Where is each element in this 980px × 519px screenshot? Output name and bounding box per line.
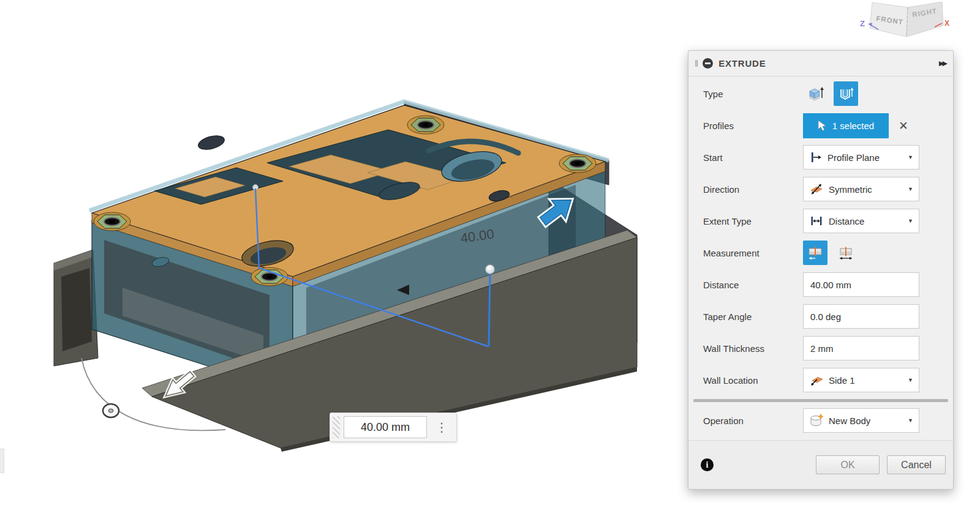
- z-axis-label: Z: [860, 19, 865, 28]
- direction-label: Direction: [703, 184, 803, 195]
- chevron-down-icon: ▼: [908, 377, 913, 383]
- symmetric-direction-icon: [809, 182, 824, 196]
- whole-length-icon: [837, 245, 854, 261]
- wall-location-dropdown[interactable]: Side 1 ▼: [803, 368, 919, 392]
- dimension-extension-line: [489, 274, 490, 346]
- view-cube-right-face[interactable]: [907, 2, 943, 37]
- wall-location-value: Side 1: [829, 375, 855, 386]
- ok-button[interactable]: OK: [816, 455, 880, 474]
- operation-label: Operation: [703, 416, 803, 426]
- distance-quick-input[interactable]: [344, 416, 427, 438]
- x-axis-label: X: [944, 19, 949, 28]
- wall-side-icon: [809, 373, 824, 387]
- operation-value: New Body: [829, 416, 870, 426]
- chevron-down-icon: ▼: [908, 154, 913, 160]
- insert-nut: [94, 212, 130, 231]
- profile-plane-icon: [809, 151, 823, 164]
- dialog-grip-icon[interactable]: ‖: [695, 58, 697, 69]
- taper-angle-label: Taper Angle: [703, 312, 803, 322]
- wall-thickness-row: Wall Thickness: [688, 332, 953, 364]
- type-label: Type: [703, 89, 803, 99]
- solid-extrude-icon: [807, 85, 824, 102]
- left-edge-panel-sliver: [0, 449, 4, 473]
- profiles-label: Profiles: [703, 121, 803, 131]
- profiles-selected-button[interactable]: 1 selected: [803, 113, 889, 138]
- distance-extent-icon: [809, 214, 824, 228]
- thin-extrude-icon: [837, 85, 854, 102]
- cancel-button[interactable]: Cancel: [887, 455, 946, 474]
- distance-label: Distance: [703, 280, 803, 290]
- profiles-selected-count: 1 selected: [832, 121, 874, 131]
- extent-type-row: Extent Type Distance ▼: [688, 205, 953, 237]
- half-length-icon: [807, 245, 824, 261]
- extent-type-dropdown[interactable]: Distance ▼: [803, 209, 919, 233]
- type-row: Type: [688, 78, 953, 110]
- start-dropdown[interactable]: Profile Plane ▼: [803, 145, 919, 170]
- start-row: Start Profile Plane ▼: [688, 141, 953, 173]
- chevron-down-icon: ▼: [908, 218, 913, 224]
- clear-selection-icon[interactable]: ✕: [899, 119, 908, 133]
- rotate-handle[interactable]: [103, 404, 119, 417]
- type-solid-extrude-button[interactable]: [803, 81, 827, 106]
- dialog-title: EXTRUDE: [718, 58, 766, 69]
- start-value: Profile Plane: [827, 152, 880, 163]
- new-body-icon: [809, 413, 824, 428]
- extent-type-value: Distance: [829, 216, 864, 226]
- type-thin-extrude-button[interactable]: [834, 81, 858, 106]
- distance-input[interactable]: [803, 272, 919, 297]
- distance-row: Distance: [688, 269, 953, 301]
- chevron-down-icon: ▼: [908, 417, 913, 424]
- measurement-half-length-button[interactable]: [803, 241, 827, 265]
- operation-dropdown[interactable]: New Body ▼: [803, 408, 919, 433]
- dimension-sphere-handle[interactable]: [486, 265, 495, 274]
- dialog-header[interactable]: ‖ EXTRUDE ▶▶: [688, 51, 953, 77]
- wall-location-label: Wall Location: [703, 375, 803, 386]
- wall-thickness-label: Wall Thickness: [703, 343, 803, 354]
- view-cube[interactable]: FRONT RIGHT Z X: [851, 0, 956, 39]
- taper-angle-row: Taper Angle: [688, 301, 953, 332]
- direction-value: Symmetric: [829, 184, 872, 195]
- insert-nut: [407, 116, 444, 134]
- start-label: Start: [703, 152, 803, 163]
- info-icon[interactable]: i: [701, 458, 714, 471]
- section-divider: [693, 399, 948, 402]
- extent-type-label: Extent Type: [703, 216, 803, 226]
- cursor-icon: [818, 120, 827, 132]
- wall-thickness-input[interactable]: [803, 336, 919, 360]
- chevron-down-icon: ▼: [908, 186, 913, 192]
- measurement-whole-length-button[interactable]: [834, 241, 858, 265]
- profiles-row: Profiles 1 selected ✕: [688, 110, 953, 141]
- extrude-feature-icon: [703, 58, 713, 69]
- direction-dropdown[interactable]: Symmetric ▼: [803, 177, 919, 201]
- measurement-label: Measurement: [703, 248, 803, 258]
- direction-row: Direction Symmetric ▼: [688, 173, 953, 205]
- operation-row: Operation New Body ▼: [688, 405, 953, 436]
- skip-forward-icon[interactable]: ▶▶: [939, 59, 946, 67]
- extrude-dialog: ‖ EXTRUDE ▶▶ Type: [688, 50, 954, 490]
- cad-model: [54, 102, 637, 452]
- measurement-row: Measurement: [688, 237, 953, 269]
- dialog-footer: i OK Cancel: [688, 440, 953, 489]
- floating-dimension-panel: ⋮: [330, 413, 457, 442]
- wall-location-row: Wall Location Side 1 ▼: [688, 364, 953, 396]
- taper-angle-input[interactable]: [803, 304, 919, 329]
- kebab-menu-icon[interactable]: ⋮: [435, 421, 448, 433]
- insert-nut: [559, 154, 596, 173]
- drag-handle-icon[interactable]: [333, 416, 340, 438]
